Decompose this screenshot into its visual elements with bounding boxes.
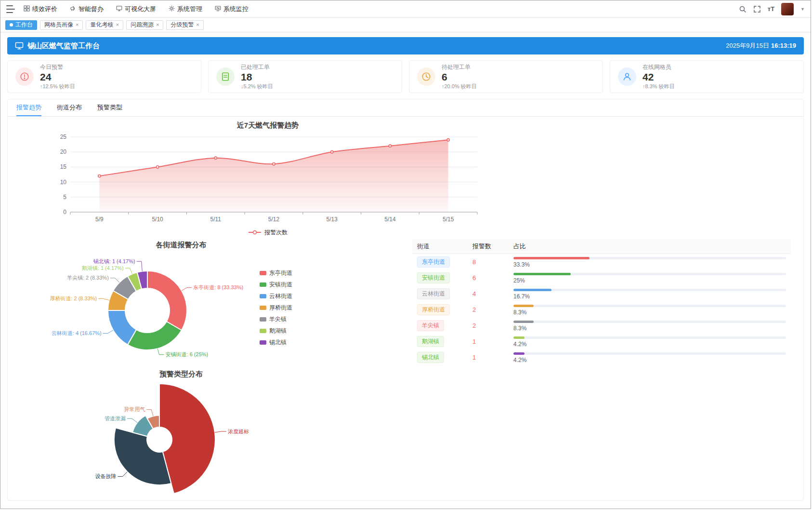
data-point-1[interactable] xyxy=(156,166,158,168)
data-point-4[interactable] xyxy=(331,151,333,153)
legend-item-5[interactable]: 鹅湖镇 xyxy=(260,327,292,335)
nav-item-3[interactable]: 系统管理 xyxy=(169,5,202,13)
table-row-2: 云林街道416.7% xyxy=(412,286,791,302)
nav-item-0[interactable]: 绩效评价 xyxy=(24,5,57,13)
trend-chart-block: 近7天燃气报警趋势 05101520255/95/105/115/125/135… xyxy=(46,120,489,237)
data-point-3[interactable] xyxy=(273,163,275,165)
close-icon[interactable]: × xyxy=(116,22,118,27)
stat-label: 待处理工单 xyxy=(442,63,477,71)
cell-percent: 8.3% xyxy=(513,304,786,316)
legend-marker-icon xyxy=(260,282,266,287)
table-header: 街道 报警数 占比 xyxy=(412,239,791,254)
donut-slice-1[interactable] xyxy=(128,322,182,350)
main-nav: 绩效评价智能督办可视化大屏系统管理系统监控 xyxy=(24,5,261,13)
rose-label-3: 异常用气 xyxy=(124,406,145,412)
tag-item-0[interactable]: 网格员画像× xyxy=(40,20,83,30)
display-icon xyxy=(215,5,221,13)
percent-label: 16.7% xyxy=(513,293,786,300)
tag-label: 问题溯源 xyxy=(131,21,154,29)
col-street: 街道 xyxy=(417,242,472,251)
table-row-5: 鹅湖镇14.2% xyxy=(412,334,791,349)
donut-label-3: 厚桥街道: 2 (8.33%) xyxy=(50,295,97,301)
percent-bar-fill xyxy=(513,336,524,339)
cell-street: 东亭街道 xyxy=(417,256,472,268)
stat-card-3: 在线网格员42↑8.3% 较昨日 xyxy=(610,60,804,93)
collapse-menu-icon[interactable] xyxy=(6,5,16,13)
search-icon[interactable] xyxy=(739,5,747,13)
svg-text:5/11: 5/11 xyxy=(210,216,222,223)
document-icon xyxy=(216,67,235,86)
street-badge[interactable]: 安镇街道 xyxy=(417,272,450,283)
stat-card-text: 在线网格员42↑8.3% 较昨日 xyxy=(642,63,675,90)
donut-label-5: 鹅湖镇: 1 (4.17%) xyxy=(82,265,124,271)
font-size-icon[interactable]: тT xyxy=(768,5,774,13)
alarm-count: 1 xyxy=(472,354,513,361)
street-badge[interactable]: 厚桥街道 xyxy=(417,304,450,315)
legend-item-1[interactable]: 安镇街道 xyxy=(260,281,292,289)
nav-item-4[interactable]: 系统监控 xyxy=(215,5,249,13)
avatar[interactable] xyxy=(781,3,794,15)
panel-tab-0[interactable]: 报警趋势 xyxy=(16,99,41,116)
cell-street: 羊尖镇 xyxy=(417,320,472,331)
street-badge[interactable]: 东亭街道 xyxy=(417,256,450,268)
nav-item-label: 系统管理 xyxy=(177,5,202,13)
legend-item-4[interactable]: 羊尖镇 xyxy=(260,315,292,323)
nav-item-2[interactable]: 可视化大屏 xyxy=(116,5,156,13)
panel-tab-1[interactable]: 街道分布 xyxy=(57,99,82,116)
table-row-3: 厚桥街道28.3% xyxy=(412,302,791,318)
data-point-0[interactable] xyxy=(98,175,101,177)
close-icon[interactable]: × xyxy=(156,22,159,27)
tag-workbench-active[interactable]: 工作台 xyxy=(5,20,37,30)
legend-item-6[interactable]: 锡北镇 xyxy=(260,338,292,347)
donut-label-1: 安镇街道: 6 (25%) xyxy=(166,351,209,357)
legend-item-2[interactable]: 云林街道 xyxy=(260,292,292,300)
svg-text:5: 5 xyxy=(63,194,66,201)
tag-item-1[interactable]: 量化考核× xyxy=(86,20,123,30)
data-point-5[interactable] xyxy=(389,145,391,147)
legend-marker-icon xyxy=(260,294,266,298)
cell-percent: 25% xyxy=(513,272,786,284)
data-point-2[interactable] xyxy=(214,157,217,159)
tag-item-2[interactable]: 问题溯源× xyxy=(126,20,163,30)
fullscreen-icon[interactable] xyxy=(753,5,761,13)
alert-type-block: 预警类型分布 浓度超标设备故障管道泄漏异常用气 xyxy=(46,368,316,499)
percent-label: 33.3% xyxy=(513,261,786,268)
cell-percent: 4.2% xyxy=(513,336,786,348)
legend-marker-icon xyxy=(260,306,266,310)
close-icon[interactable]: × xyxy=(76,22,79,27)
banner-datetime: 2025年9月15日16:13:19 xyxy=(726,41,796,50)
legend-item-3[interactable]: 厚桥街道 xyxy=(260,304,292,312)
alert-type-rose-chart: 浓度超标设备故障管道泄漏异常用气 xyxy=(46,380,316,499)
cell-street: 厚桥街道 xyxy=(417,304,472,315)
street-badge[interactable]: 云林街道 xyxy=(417,288,450,299)
top-navbar: 绩效评价智能督办可视化大屏系统管理系统监控 тT ▼ xyxy=(0,0,811,18)
street-badge[interactable]: 羊尖镇 xyxy=(417,320,444,331)
panel-tab-2[interactable]: 预警类型 xyxy=(97,99,122,116)
stat-delta: ↑12.5% 较昨日 xyxy=(40,83,75,90)
chevron-down-icon[interactable]: ▼ xyxy=(800,7,805,12)
page-content: 锡山区燃气监管工作台 2025年9月15日16:13:19 今日预警24↑12.… xyxy=(0,32,811,506)
panel-tabs: 报警趋势街道分布预警类型 xyxy=(8,99,803,117)
stat-delta: ↑20.0% 较昨日 xyxy=(442,83,477,90)
alarm-count: 4 xyxy=(472,290,513,297)
percent-bar-track xyxy=(513,321,786,323)
street-badge[interactable]: 锡北镇 xyxy=(417,352,444,363)
tag-item-3[interactable]: 分级预警× xyxy=(166,20,203,30)
navbar-right: тT ▼ xyxy=(739,3,805,15)
table-row-4: 羊尖镇28.3% xyxy=(412,318,791,334)
percent-label: 8.3% xyxy=(513,325,786,332)
legend-alarm-count[interactable]: 报警次数 xyxy=(46,228,489,237)
close-icon[interactable]: × xyxy=(196,22,199,27)
nav-item-1[interactable]: 智能督办 xyxy=(70,5,104,13)
alert-icon xyxy=(15,67,34,86)
megaphone-icon xyxy=(70,5,76,13)
data-point-6[interactable] xyxy=(447,139,449,141)
stat-value: 6 xyxy=(442,71,477,83)
rose-label-1: 设备故障 xyxy=(95,473,117,479)
legend-item-0[interactable]: 东亭街道 xyxy=(260,269,292,277)
street-badge[interactable]: 鹅湖镇 xyxy=(417,336,444,347)
stat-cards-row: 今日预警24↑12.5% 较昨日已处理工单18↓5.2% 较昨日待处理工单6↑2… xyxy=(7,60,804,93)
percent-bar-track xyxy=(513,336,786,339)
svg-text:5/10: 5/10 xyxy=(152,216,163,223)
legend-label: 报警次数 xyxy=(264,228,288,237)
